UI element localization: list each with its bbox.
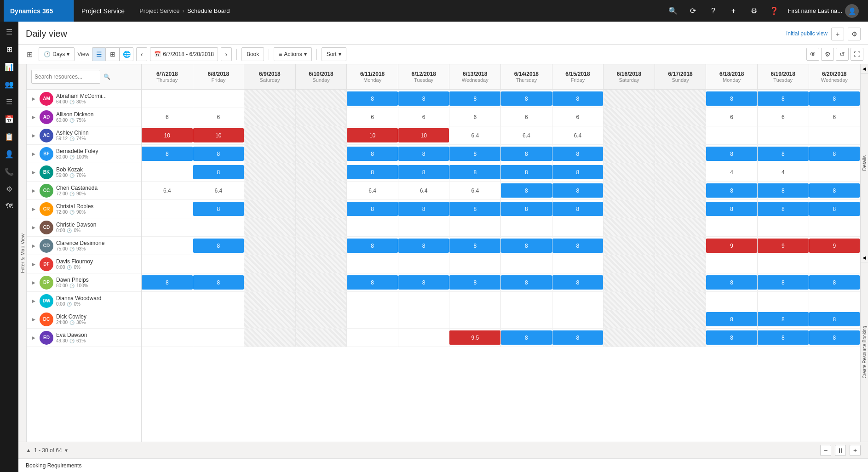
cell-13-10[interactable] bbox=[655, 329, 707, 347]
cell-7-11[interactable] bbox=[706, 218, 758, 236]
actions-button[interactable]: ≡ Actions ▾ bbox=[274, 47, 311, 61]
search-input[interactable] bbox=[34, 74, 103, 80]
cell-11-4[interactable] bbox=[347, 292, 398, 310]
cell-1-3[interactable] bbox=[296, 108, 347, 126]
resource-row[interactable]: ▶ CC Cheri Castaneda 72:00 🕐 90% bbox=[27, 182, 141, 200]
cell-5-5[interactable]: 6.4 bbox=[398, 182, 450, 199]
cell-3-9[interactable] bbox=[604, 145, 655, 163]
row-expand-2[interactable]: ▶ bbox=[30, 133, 37, 138]
cell-7-12[interactable] bbox=[758, 218, 809, 236]
cell-1-2[interactable] bbox=[244, 108, 296, 126]
expand-button[interactable]: ⛶ bbox=[851, 48, 863, 61]
cell-12-13[interactable]: 8 bbox=[809, 310, 860, 328]
resource-row[interactable]: ▶ AC Ashley Chinn 59:12 🕐 74% bbox=[27, 126, 141, 145]
settings-grid-button[interactable]: ⚙ bbox=[821, 48, 834, 61]
cell-10-1[interactable]: 8 bbox=[193, 273, 245, 291]
cell-0-1[interactable] bbox=[193, 90, 245, 108]
row-expand-1[interactable]: ▶ bbox=[30, 115, 37, 119]
cell-12-3[interactable] bbox=[296, 310, 347, 328]
cell-1-11[interactable]: 6 bbox=[706, 108, 758, 126]
cell-0-12[interactable]: 8 bbox=[758, 90, 809, 108]
cell-11-5[interactable] bbox=[398, 292, 450, 310]
cell-5-6[interactable]: 6.4 bbox=[449, 182, 501, 199]
cell-4-4[interactable]: 8 bbox=[347, 163, 398, 181]
prev-date-button[interactable]: ‹ bbox=[136, 47, 147, 61]
book-button[interactable]: Book bbox=[241, 47, 264, 61]
cell-6-11[interactable]: 8 bbox=[706, 200, 758, 218]
row-expand-13[interactable]: ▶ bbox=[30, 336, 37, 340]
list-view-button[interactable]: ☰ bbox=[92, 47, 106, 61]
cell-3-6[interactable]: 8 bbox=[449, 145, 501, 163]
cell-7-7[interactable] bbox=[501, 218, 552, 236]
cell-9-13[interactable] bbox=[809, 255, 860, 273]
cell-12-4[interactable] bbox=[347, 310, 398, 328]
cell-0-3[interactable] bbox=[296, 90, 347, 108]
row-expand-3[interactable]: ▶ bbox=[30, 152, 37, 156]
nav-calendar[interactable]: 📅 bbox=[1, 111, 17, 127]
cell-6-12[interactable]: 8 bbox=[758, 200, 809, 218]
cell-11-11[interactable] bbox=[706, 292, 758, 310]
breadcrumb-project-service[interactable]: Project Service bbox=[139, 7, 179, 14]
cell-11-10[interactable] bbox=[655, 292, 707, 310]
search-icon[interactable]: 🔍 bbox=[665, 3, 681, 19]
cell-7-1[interactable] bbox=[193, 218, 245, 236]
cell-4-10[interactable] bbox=[655, 163, 707, 181]
cell-6-5[interactable]: 8 bbox=[398, 200, 450, 218]
cell-6-2[interactable] bbox=[244, 200, 296, 218]
cell-8-0[interactable] bbox=[142, 237, 193, 255]
cell-0-2[interactable] bbox=[244, 90, 296, 108]
cell-13-2[interactable] bbox=[244, 329, 296, 347]
cell-12-2[interactable] bbox=[244, 310, 296, 328]
cell-9-12[interactable] bbox=[758, 255, 809, 273]
cell-10-3[interactable] bbox=[296, 273, 347, 291]
nav-contact[interactable]: 📋 bbox=[1, 128, 17, 145]
eye-button[interactable]: 👁 bbox=[806, 48, 819, 61]
cell-3-2[interactable] bbox=[244, 145, 296, 163]
user-menu[interactable]: First name Last na... 👤 bbox=[782, 4, 865, 18]
cell-10-9[interactable] bbox=[604, 273, 655, 291]
cell-1-9[interactable] bbox=[604, 108, 655, 126]
cell-1-13[interactable]: 6 bbox=[809, 108, 860, 126]
cell-5-0[interactable]: 6.4 bbox=[142, 182, 193, 199]
row-expand-11[interactable]: ▶ bbox=[30, 299, 37, 303]
cell-1-6[interactable]: 6 bbox=[449, 108, 501, 126]
cell-4-13[interactable] bbox=[809, 163, 860, 181]
resource-row[interactable]: ▶ BK Bob Kozak 56:00 🕐 70% bbox=[27, 163, 141, 182]
add-view-button[interactable]: + bbox=[831, 28, 844, 40]
cell-5-4[interactable]: 6.4 bbox=[347, 182, 398, 199]
cell-6-7[interactable]: 8 bbox=[501, 200, 552, 218]
resource-row[interactable]: ▶ DP Dawn Phelps 80:00 🕐 100% bbox=[27, 273, 141, 292]
cell-7-9[interactable] bbox=[604, 218, 655, 236]
resource-row[interactable]: ▶ CD Christie Dawson 0:00 🕐 0% bbox=[27, 218, 141, 237]
cell-10-2[interactable] bbox=[244, 273, 296, 291]
cell-10-0[interactable]: 8 bbox=[142, 273, 193, 291]
days-dropdown[interactable]: 🕐 Days ▾ bbox=[39, 47, 75, 61]
cell-11-3[interactable] bbox=[296, 292, 347, 310]
cell-8-12[interactable]: 9 bbox=[758, 237, 809, 255]
cell-3-8[interactable]: 8 bbox=[552, 145, 604, 163]
settings-icon[interactable]: ⚙ bbox=[746, 3, 762, 19]
cell-1-0[interactable]: 6 bbox=[142, 108, 193, 126]
cell-13-4[interactable] bbox=[347, 329, 398, 347]
row-expand-5[interactable]: ▶ bbox=[30, 188, 37, 193]
add-icon[interactable]: + bbox=[725, 3, 742, 19]
row-expand-4[interactable]: ▶ bbox=[30, 170, 37, 175]
cell-5-8[interactable]: 8 bbox=[552, 182, 604, 199]
cell-3-0[interactable]: 8 bbox=[142, 145, 193, 163]
cell-13-13[interactable]: 8 bbox=[809, 329, 860, 347]
cell-1-1[interactable]: 6 bbox=[193, 108, 245, 126]
filter-map-panel[interactable]: Filter & Map View bbox=[18, 64, 27, 442]
cell-2-12[interactable] bbox=[758, 126, 809, 144]
cell-5-12[interactable]: 8 bbox=[758, 182, 809, 199]
cell-12-9[interactable] bbox=[604, 310, 655, 328]
cell-11-12[interactable] bbox=[758, 292, 809, 310]
resource-row[interactable]: ▶ AD Allison Dickson 60:00 🕐 75% bbox=[27, 108, 141, 126]
cell-8-13[interactable]: 9 bbox=[809, 237, 860, 255]
refresh-grid-button[interactable]: ↺ bbox=[836, 48, 849, 61]
resource-row[interactable]: ▶ CD Clarence Desimone 75:00 🕐 93% bbox=[27, 237, 141, 255]
cell-2-0[interactable]: 10 bbox=[142, 126, 193, 144]
cell-10-10[interactable] bbox=[655, 273, 707, 291]
cell-13-3[interactable] bbox=[296, 329, 347, 347]
cell-5-9[interactable] bbox=[604, 182, 655, 199]
brand-logo[interactable]: Dynamics 365 bbox=[4, 0, 74, 22]
